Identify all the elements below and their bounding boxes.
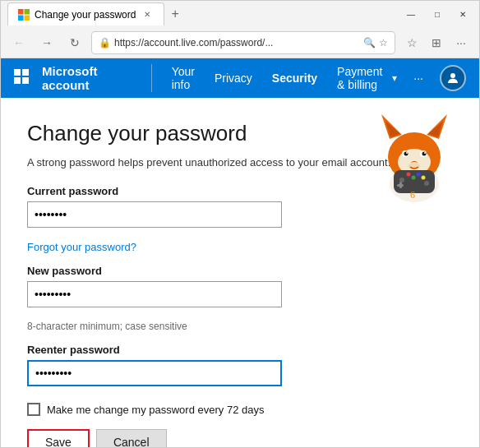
svg-point-25 [399,178,404,182]
password-expiry-row: Make me change my password every 72 days [27,403,307,416]
svg-point-27 [412,176,416,180]
ms-more-button[interactable]: ··· [407,72,430,85]
button-row: Save Cancel [27,429,307,447]
current-password-group: Current password [27,185,307,231]
svg-point-18 [404,152,408,156]
page-content: 6 Change your password A strong password… [1,98,479,447]
title-bar: Change your password ✕ + — □ ✕ [1,1,479,27]
search-url-icon[interactable]: 🔍 [363,37,376,48]
nav-your-info[interactable]: Your info [162,58,205,98]
password-hint: 8-character minimum; case sensitive [27,321,307,332]
ms-brand: Microsoft account [42,64,152,92]
reenter-password-input[interactable] [27,360,282,386]
password-expiry-label: Make me change my password every 72 days [47,404,264,416]
nav-security[interactable]: Security [262,58,327,98]
new-password-group: New password [27,265,307,311]
svg-point-19 [422,152,427,156]
new-password-input[interactable] [27,281,282,307]
svg-rect-5 [22,69,29,76]
forward-button[interactable]: → [35,31,58,54]
nav-payment[interactable]: Payment & billing [327,58,392,98]
maximize-button[interactable]: □ [428,8,446,21]
reenter-password-label: Reenter password [27,344,307,356]
svg-point-28 [417,173,421,177]
svg-point-21 [424,152,426,154]
fox-mascot: 6 [369,106,459,213]
svg-point-26 [407,173,411,177]
nav-chevron: ▾ [392,72,397,84]
ms-navbar: Microsoft account Your info Privacy Secu… [1,58,479,98]
new-tab-button[interactable]: + [168,7,182,21]
ms-avatar[interactable] [440,65,466,91]
svg-rect-31 [399,182,402,188]
hub-icon[interactable]: ☆ [400,31,423,54]
current-password-label: Current password [27,185,307,197]
browser-tab[interactable]: Change your password ✕ [7,2,164,25]
star-icon[interactable]: ☆ [379,37,388,48]
collections-icon[interactable]: ⊞ [425,31,448,54]
form-section: Current password Forgot your password? N… [27,185,307,447]
url-bar[interactable]: 🔒 https://account.live.com/password/... … [91,31,395,54]
password-expiry-checkbox[interactable] [27,403,40,416]
title-bar-left: Change your password ✕ + [7,2,182,25]
tab-title: Change your password [35,9,136,21]
url-icons: 🔍 ☆ [363,37,388,48]
svg-point-32 [424,181,429,186]
nav-privacy[interactable]: Privacy [205,58,262,98]
ms-nav-items: Your info Privacy Security Payment & bil… [162,58,398,98]
tab-close-button[interactable]: ✕ [141,8,154,21]
window-controls: — □ ✕ [400,8,473,21]
svg-rect-0 [18,9,24,15]
svg-rect-3 [25,15,30,21]
forgot-password-link[interactable]: Forgot your password? [27,241,307,253]
reenter-password-group: Reenter password [27,344,307,390]
address-bar: ← → ↻ 🔒 https://account.live.com/passwor… [1,27,479,58]
svg-point-29 [422,176,426,180]
save-button[interactable]: Save [27,429,90,447]
svg-rect-6 [14,77,21,84]
url-text: https://account.live.com/password/... [114,37,360,48]
svg-point-20 [406,152,408,154]
toolbar-icons: ☆ ⊞ ··· [400,31,473,54]
svg-rect-1 [25,9,30,15]
current-password-input[interactable] [27,201,282,228]
ms-grid-icon[interactable] [14,69,29,88]
close-button[interactable]: ✕ [453,8,473,21]
new-password-label: New password [27,265,307,277]
svg-point-8 [450,73,455,78]
tab-favicon [18,9,30,21]
lock-icon: 🔒 [99,37,111,48]
more-tools-icon[interactable]: ··· [450,31,473,54]
cancel-button[interactable]: Cancel [96,429,167,447]
svg-text:6: 6 [410,189,415,201]
svg-rect-4 [14,69,21,76]
svg-rect-2 [18,15,24,21]
refresh-button[interactable]: ↻ [63,31,86,54]
back-button[interactable]: ← [7,31,30,54]
svg-rect-7 [22,77,29,84]
minimize-button[interactable]: — [400,8,422,21]
ms-nav-right [440,65,466,91]
